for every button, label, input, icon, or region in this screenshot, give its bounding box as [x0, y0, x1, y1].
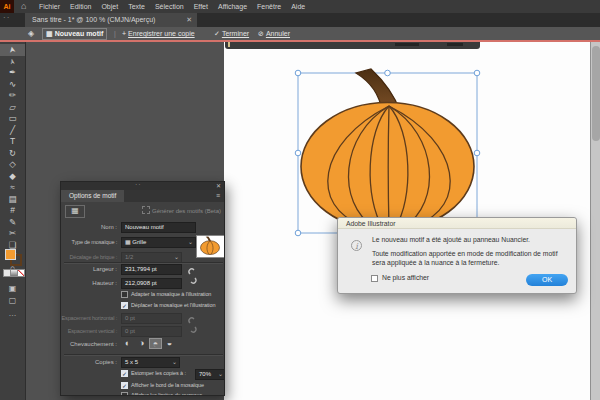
fill-swatch[interactable] — [5, 249, 16, 260]
overlap-option-0[interactable]: ◐ — [121, 338, 134, 349]
tools-panel: ➤➢✒∿✏▱▭╱T↻◇◆≈▤#✎✂❏▥○ ▣ ▢ … — [0, 41, 26, 400]
done-link[interactable]: ✓Terminer — [214, 27, 249, 40]
menu-items: FichierEditionObjetTexteSélectionEffetAf… — [34, 0, 310, 13]
unlink-dimensions-icon[interactable] — [186, 266, 200, 286]
pattern-tile-icon: ▦ — [46, 29, 53, 39]
panel-menu-icon[interactable]: ≡ — [216, 192, 220, 199]
overlap-option-1[interactable]: ◑ — [135, 338, 148, 349]
generate-patterns-button[interactable]: Générer des motifs (Beta) — [142, 206, 221, 214]
overlap-option-3[interactable]: ◒ — [163, 338, 176, 349]
mesh-tool[interactable]: # — [0, 205, 25, 217]
panel-collapse-dots[interactable]: ·· — [135, 181, 142, 188]
mesh-tool-icon: # — [10, 205, 15, 217]
menu-affichage[interactable]: Affichage — [213, 0, 252, 13]
dialog-title[interactable]: Adobe Illustrator — [338, 218, 576, 229]
eraser-tool[interactable]: ◆ — [0, 171, 25, 183]
chevron-down-icon: ⌄ — [172, 358, 177, 367]
illustrator-window: Ai ⌂ FichierEditionObjetTexteSélectionEf… — [0, 0, 600, 400]
fill-stroke-indicator[interactable] — [5, 249, 21, 263]
menu-fenêtre[interactable]: Fenêtre — [252, 0, 286, 13]
pen-tool-icon: ✒ — [9, 67, 16, 79]
width-tool[interactable]: ≈ — [0, 182, 25, 194]
tile-navigation-icon[interactable]: ◈ — [28, 27, 34, 40]
pencil-tool[interactable]: ✎ — [0, 217, 25, 229]
tool-list: ➤➢✒∿✏▱▭╱T↻◇◆≈▤#✎✂❏▥○ — [0, 44, 25, 274]
screen-mode-icon[interactable]: ▢ — [0, 296, 25, 305]
menu-edition[interactable]: Edition — [65, 0, 96, 13]
pattern-name-button[interactable]: ▦Nouveau motif — [42, 28, 107, 40]
shaper-tool[interactable]: ▱ — [0, 102, 25, 114]
rotate-tool[interactable]: ↻ — [0, 148, 25, 160]
more-tools-icon[interactable]: … — [0, 309, 25, 318]
gradient-tool-icon: ▤ — [8, 194, 16, 206]
dim-copies-checkbox[interactable] — [121, 370, 128, 377]
fit-tile-checkbox[interactable] — [121, 291, 128, 298]
name-input[interactable]: Nouveau motif — [121, 222, 196, 233]
dont-show-again-checkbox[interactable] — [371, 275, 378, 282]
panel-header[interactable]: ·· ✕ — [61, 182, 224, 190]
home-icon[interactable]: ⌂ — [21, 0, 26, 13]
name-label: Nom : — [101, 224, 117, 230]
width-label: Largeur : — [93, 266, 117, 272]
panel-close-icon[interactable]: ✕ — [216, 182, 221, 189]
rectangle-tool[interactable]: ▭ — [0, 113, 25, 125]
move-tile-label: Déplacer la mosaïque et l'illustration — [131, 302, 215, 308]
scale-tool[interactable]: ◇ — [0, 159, 25, 171]
scrollbar-thumb[interactable] — [592, 46, 600, 141]
menu-sélection[interactable]: Sélection — [150, 0, 189, 13]
alert-dialog: Adobe Illustrator i Le nouveau motif a é… — [337, 217, 577, 294]
pattern-tile-tool-button[interactable]: ▦ — [65, 205, 85, 218]
line-tool[interactable]: ╱ — [0, 125, 25, 137]
pattern-options-panel: ·· ✕ Options de motif ≡ ▦ Générer des mo… — [60, 181, 225, 396]
color-mode-chips — [3, 269, 23, 276]
menu-fichier[interactable]: Fichier — [34, 0, 65, 13]
panel-tab-row: Options de motif ≡ — [61, 190, 224, 202]
line-tool-icon: ╱ — [10, 125, 15, 137]
cancel-link[interactable]: ⊘Annuler — [258, 27, 290, 40]
document-tab-title: Sans titre - 1* @ 100 % (CMJN/Aperçu) — [32, 16, 155, 23]
pen-tool[interactable]: ✒ — [0, 67, 25, 79]
overlap-option-2[interactable]: ◓ — [149, 338, 162, 349]
document-tab[interactable]: Sans titre - 1* @ 100 % (CMJN/Aperçu) ✕ — [25, 13, 197, 27]
save-copy-link[interactable]: +Enregistrer une copie — [122, 27, 195, 40]
height-input[interactable]: 212,0908 pt — [121, 278, 182, 289]
curvature-tool[interactable]: ∿ — [0, 79, 25, 91]
height-label: Hauteur : — [92, 280, 117, 286]
dock-collapse-dots[interactable]: ·· — [3, 13, 10, 22]
width-input[interactable]: 231,7994 pt — [121, 264, 182, 275]
chevron-down-icon: ⌄ — [188, 238, 193, 247]
dim-percent-select[interactable]: 70%⌄ — [195, 369, 225, 380]
move-tile-checkbox[interactable] — [121, 302, 128, 309]
tile-type-select[interactable]: ▦ Grille⌄ — [121, 237, 196, 248]
menu-objet[interactable]: Objet — [96, 0, 123, 13]
vertical-scrollbar[interactable] — [590, 41, 600, 400]
pattern-preview-thumbnail — [196, 235, 225, 258]
ok-button[interactable]: OK — [526, 274, 568, 286]
shaper-tool-icon: ▱ — [9, 102, 16, 114]
dialog-message-2: Toute modification apportée en mode de m… — [372, 250, 568, 268]
selection-tool[interactable]: ➤ — [0, 44, 25, 56]
paintbrush-tool-icon: ✏ — [9, 90, 16, 102]
panel-tab-title[interactable]: Options de motif — [61, 190, 124, 202]
tab-close-icon[interactable]: ✕ — [186, 13, 192, 27]
generate-icon — [142, 206, 150, 214]
menu-texte[interactable]: Texte — [123, 0, 150, 13]
scissors-tool[interactable]: ✂ — [0, 228, 25, 240]
menu-effet[interactable]: Effet — [189, 0, 213, 13]
direct-selection-tool-icon: ➢ — [6, 57, 19, 66]
direct-selection-tool[interactable]: ➢ — [0, 56, 25, 68]
type-tool[interactable]: T — [0, 136, 25, 148]
overlay-bar-slot — [395, 43, 419, 46]
copies-select[interactable]: 5 x 5⌄ — [121, 357, 180, 368]
overlay-bar-slot — [447, 43, 463, 46]
separator: | — [114, 27, 116, 40]
none-chip[interactable] — [17, 269, 25, 277]
paintbrush-tool[interactable]: ✏ — [0, 90, 25, 102]
drawing-mode-icon[interactable]: ▣ — [0, 284, 25, 293]
show-swatch-bounds-checkbox[interactable] — [121, 392, 128, 396]
gradient-tool[interactable]: ▤ — [0, 194, 25, 206]
menu-aide[interactable]: Aide — [286, 0, 310, 13]
pencil-tool-icon: ✎ — [9, 217, 16, 229]
cancel-circle-icon: ⊘ — [258, 27, 264, 40]
show-tile-edge-checkbox[interactable] — [121, 382, 128, 389]
